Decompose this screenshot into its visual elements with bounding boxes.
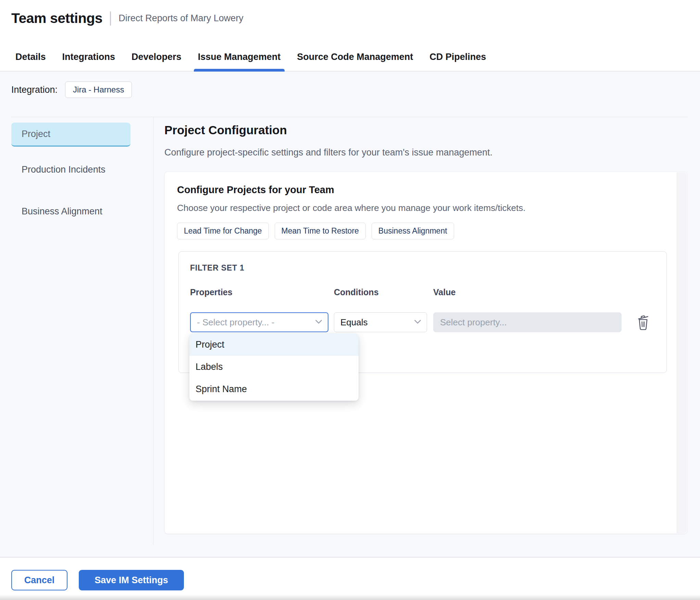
integration-row: Integration: Jira - Harness (11, 82, 132, 98)
metric-chip-row: Lead Time for Change Mean Time to Restor… (177, 223, 454, 239)
sidebar-item-production-incidents[interactable]: Production Incidents (11, 158, 130, 182)
tab-integrations[interactable]: Integrations (62, 43, 115, 71)
dropdown-option-labels[interactable]: Labels (189, 356, 359, 378)
section-title: Project Configuration (164, 123, 287, 137)
card-scrollbar-track[interactable] (677, 172, 687, 533)
trash-icon (636, 314, 650, 331)
condition-select-value: Equals (340, 317, 368, 328)
property-select-placeholder: - Select property... - (197, 317, 274, 328)
panes-container: Project Production Incidents Business Al… (11, 117, 688, 545)
tab-cd-pipelines[interactable]: CD Pipelines (429, 43, 486, 71)
dropdown-option-sprint-name[interactable]: Sprint Name (189, 378, 359, 400)
page-subtitle: Direct Reports of Mary Lowery (118, 13, 243, 24)
delete-filter-button[interactable] (635, 314, 651, 331)
tab-developers[interactable]: Developers (132, 43, 182, 71)
tab-issue-management[interactable]: Issue Management (198, 43, 281, 71)
condition-select[interactable]: Equals (334, 312, 427, 332)
filter-set-title: FILTER SET 1 (190, 263, 245, 273)
property-select[interactable]: - Select property... - (190, 312, 328, 332)
column-label-value: Value (433, 287, 455, 297)
title-divider (110, 11, 111, 26)
header: Team settings Direct Reports of Mary Low… (0, 0, 700, 43)
sidebar: Project Production Incidents Business Al… (11, 117, 153, 545)
chip-business-alignment[interactable]: Business Alignment (372, 223, 454, 239)
card-title: Configure Projects for your Team (177, 184, 334, 196)
footer: Cancel Save IM Settings (0, 557, 700, 600)
card-description: Choose your respective project or code a… (177, 203, 525, 213)
column-label-properties: Properties (190, 287, 233, 297)
value-input[interactable] (433, 312, 622, 332)
dropdown-option-project[interactable]: Project (189, 334, 359, 356)
section-description: Configure project-specific settings and … (164, 147, 492, 158)
chevron-down-icon (315, 319, 322, 325)
bottom-edge-fade (0, 595, 700, 600)
tab-details[interactable]: Details (15, 43, 46, 71)
column-label-conditions: Conditions (334, 287, 379, 297)
page-title: Team settings (11, 10, 102, 26)
chevron-down-icon (414, 319, 421, 325)
tab-bar: Details Integrations Developers Issue Ma… (0, 43, 700, 72)
integration-chip[interactable]: Jira - Harness (65, 82, 132, 98)
sidebar-item-project[interactable]: Project (11, 123, 130, 147)
property-dropdown: Project Labels Sprint Name (189, 334, 359, 401)
content-pane: Project Configuration Configure project-… (153, 117, 688, 545)
chip-lead-time-for-change[interactable]: Lead Time for Change (177, 223, 269, 239)
save-im-settings-button[interactable]: Save IM Settings (79, 570, 184, 590)
chip-mean-time-to-restore[interactable]: Mean Time to Restore (275, 223, 366, 239)
integration-label: Integration: (11, 85, 58, 95)
tab-source-code-management[interactable]: Source Code Management (297, 43, 413, 71)
cancel-button[interactable]: Cancel (11, 570, 67, 590)
sidebar-item-business-alignment[interactable]: Business Alignment (11, 199, 130, 223)
